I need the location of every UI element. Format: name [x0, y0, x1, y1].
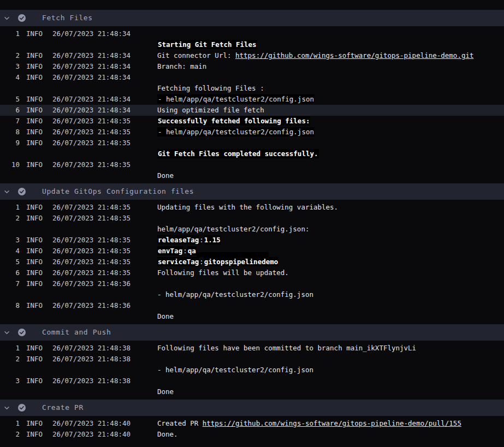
log-timestamp: 26/07/2023 21:48:35 [52, 159, 131, 170]
log-row[interactable]: 2INFO26/07/2023 21:48:34Git connector Ur… [0, 50, 504, 61]
log-timestamp: 26/07/2023 21:48:34 [52, 28, 131, 39]
log-line-number: 3 [0, 376, 20, 386]
log-row[interactable]: 10INFO26/07/2023 21:48:35 [0, 159, 504, 170]
chevron-down-icon[interactable] [3, 404, 10, 412]
step-section-header[interactable]: Fetch Files [0, 10, 504, 26]
log-line-number: 2 [0, 354, 20, 365]
log-text-segment: Done. [157, 430, 178, 438]
chevron-down-icon[interactable] [3, 329, 10, 336]
step-section: Commit and Push1INFO26/07/2023 21:48:38F… [0, 324, 504, 400]
log-level: INFO [26, 61, 43, 72]
log-row[interactable]: 8INFO26/07/2023 21:48:36 [0, 300, 504, 311]
log-row[interactable]: Done [0, 311, 504, 322]
log-row[interactable]: 2INFO26/07/2023 21:48:40Done. [0, 429, 504, 440]
log-row[interactable]: 2INFO26/07/2023 21:48:35 [0, 213, 504, 224]
log-level: INFO [26, 159, 43, 170]
log-line-number: 3 [0, 235, 20, 246]
log-text-segment: Successfully fetched following files: [157, 116, 310, 126]
log-text-segment: Starting Git Fetch Files [157, 40, 257, 49]
log-row[interactable]: - helm/app/qa/testcluster2/config.json [0, 365, 504, 376]
log-line-number: 8 [0, 300, 20, 311]
log-level: INFO [26, 116, 43, 127]
log-row[interactable]: helm/app/qa/testcluster2/config.json: [0, 224, 504, 235]
log-row[interactable]: 4INFO26/07/2023 21:48:34 [0, 72, 504, 83]
check-circle-icon [17, 328, 26, 337]
log-text-segment: Using optimized file fetch [157, 106, 264, 114]
log-row[interactable]: Starting Git Fetch Files [0, 39, 504, 50]
log-link[interactable]: https://github.com/wings-software/gitops… [235, 51, 474, 59]
log-timestamp: 26/07/2023 21:48:34 [52, 94, 131, 105]
log-level: INFO [26, 213, 43, 224]
log-message: Successfully fetched following files: [157, 116, 504, 127]
log-message: - helm/app/qa/testcluster2/config.json [157, 289, 504, 300]
step-section: Fetch Files1INFO26/07/2023 21:48:34Start… [0, 10, 504, 183]
log-text-segment: Branch: main [157, 62, 206, 70]
log-text-segment: serviceTag [157, 257, 199, 266]
log-row[interactable]: 7INFO26/07/2023 21:48:36 [0, 278, 504, 289]
step-section-header[interactable]: Update GitOps Configuration files [0, 183, 504, 200]
log-message: Created PR https://github.com/wings-soft… [157, 418, 504, 429]
log-row[interactable]: 6INFO26/07/2023 21:48:34Using optimized … [0, 105, 504, 116]
log-row[interactable]: 8INFO26/07/2023 21:48:35- helm/app/qa/te… [0, 127, 504, 138]
log-level: INFO [26, 300, 43, 311]
log-timestamp: 26/07/2023 21:48:38 [52, 376, 131, 386]
log-line-number: 4 [0, 72, 20, 83]
log-level: INFO [26, 202, 43, 213]
step-section-header[interactable]: Commit and Push [0, 324, 504, 341]
step-title: Update GitOps Configuration files [42, 183, 194, 200]
log-row[interactable]: 3INFO26/07/2023 21:48:34Branch: main [0, 61, 504, 72]
log-text-segment: Git connector Url: [157, 51, 235, 59]
log-row[interactable]: - helm/app/qa/testcluster2/config.json [0, 289, 504, 300]
log-level: INFO [26, 418, 43, 429]
chevron-down-icon[interactable] [3, 15, 10, 22]
log-row[interactable]: 3INFO26/07/2023 21:48:38 [0, 376, 504, 386]
check-circle-icon [17, 187, 26, 196]
log-row[interactable]: 1INFO26/07/2023 21:48:40Created PR https… [0, 418, 504, 429]
log-row[interactable]: 2INFO26/07/2023 21:48:38 [0, 354, 504, 365]
log-row[interactable]: 9INFO26/07/2023 21:48:35 [0, 138, 504, 148]
log-timestamp: 26/07/2023 21:48:36 [52, 300, 131, 311]
log-message: Git Fetch Files completed successfully. [157, 148, 504, 159]
log-link[interactable]: https://github.com/wings-software/gitops… [203, 419, 461, 427]
log-timestamp: 26/07/2023 21:48:35 [52, 213, 131, 224]
log-message: Following files have been committed to b… [157, 343, 504, 354]
log-row[interactable]: 6INFO26/07/2023 21:48:35Following files … [0, 267, 504, 278]
log-row[interactable]: 1INFO26/07/2023 21:48:34 [0, 28, 504, 39]
log-row[interactable]: Fetching following Files : [0, 83, 504, 94]
log-message: Updating files with the following variab… [157, 202, 504, 213]
log-text-segment: helm/app/qa/testcluster2/config.json: [157, 225, 309, 233]
log-row[interactable]: 1INFO26/07/2023 21:48:38Following files … [0, 343, 504, 354]
log-text-segment: gitopspipelinedemo [204, 257, 278, 266]
step-section-header[interactable]: Create PR [0, 400, 504, 416]
log-line-number: 2 [0, 213, 20, 224]
log-area: 1INFO26/07/2023 21:48:40Created PR https… [0, 416, 504, 442]
log-row[interactable]: 7INFO26/07/2023 21:48:35Successfully fet… [0, 116, 504, 127]
log-row[interactable]: Done [0, 386, 504, 397]
log-level: INFO [26, 257, 43, 267]
log-row[interactable]: 3INFO26/07/2023 21:48:35releaseTag:1.15 [0, 235, 504, 246]
log-timestamp: 26/07/2023 21:48:35 [52, 127, 131, 138]
log-row[interactable]: 5INFO26/07/2023 21:48:35serviceTag:gitop… [0, 257, 504, 267]
log-row[interactable]: 5INFO26/07/2023 21:48:34- helm/app/qa/te… [0, 94, 504, 105]
log-timestamp: 26/07/2023 21:48:35 [52, 235, 131, 246]
log-row[interactable]: Git Fetch Files completed successfully. [0, 148, 504, 159]
log-message: releaseTag:1.15 [157, 235, 504, 246]
log-line-number: 2 [0, 429, 20, 440]
log-timestamp: 26/07/2023 21:48:35 [52, 246, 131, 257]
log-area: 1INFO26/07/2023 21:48:34Starting Git Fet… [0, 26, 504, 183]
log-line-number: 1 [0, 418, 20, 429]
step-section: Update GitOps Configuration files1INFO26… [0, 183, 504, 324]
log-row[interactable]: Done [0, 170, 504, 181]
log-row[interactable]: 1INFO26/07/2023 21:48:35Updating files w… [0, 202, 504, 213]
log-message: Using optimized file fetch [157, 105, 504, 116]
log-message: - helm/app/qa/testcluster2/config.json [157, 94, 504, 105]
log-timestamp: 26/07/2023 21:48:36 [52, 278, 131, 289]
log-level: INFO [26, 105, 43, 116]
log-line-number: 4 [0, 246, 20, 257]
log-timestamp: 26/07/2023 21:48:34 [52, 61, 131, 72]
chevron-down-icon[interactable] [3, 188, 10, 195]
log-text-segment: : [199, 258, 204, 266]
log-level: INFO [26, 376, 43, 386]
log-message: Starting Git Fetch Files [157, 39, 504, 50]
log-text-segment: Updating files with the following variab… [157, 203, 338, 211]
